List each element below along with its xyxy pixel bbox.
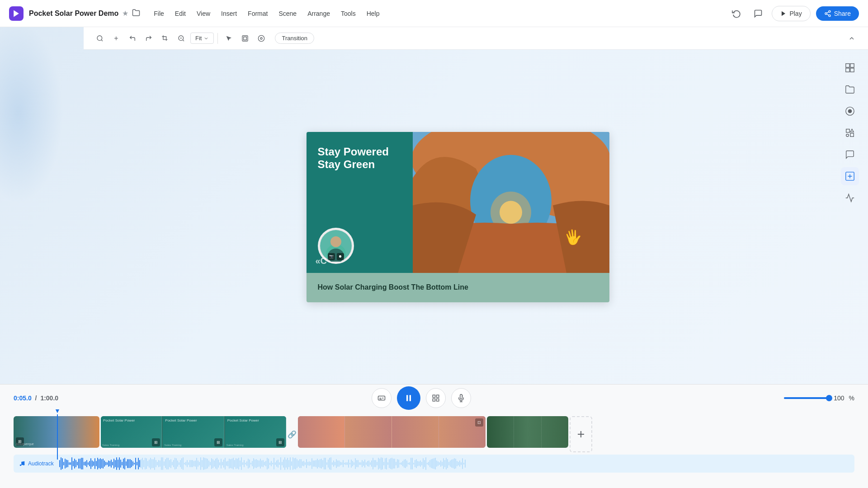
waveform-bar: [368, 460, 369, 467]
waveform-bar: [405, 459, 406, 468]
waveform-bar: [291, 461, 292, 466]
waveform-bar: [112, 462, 113, 466]
search-button[interactable]: [93, 31, 107, 46]
add-segment-button[interactable]: [570, 416, 592, 452]
crop-button[interactable]: [158, 31, 172, 46]
waveform-bar: [303, 461, 304, 466]
menu-insert[interactable]: Insert: [217, 7, 241, 20]
menu-edit[interactable]: Edit: [170, 7, 190, 20]
waveform-bar: [261, 460, 262, 467]
volume-slider[interactable]: [784, 397, 829, 399]
folder-icon[interactable]: [132, 9, 140, 19]
menu-tools[interactable]: Tools: [336, 7, 360, 20]
waveform-bar: [367, 461, 368, 467]
svg-rect-28: [850, 68, 854, 72]
select-tool[interactable]: [222, 31, 236, 46]
waveform-bar: [276, 460, 277, 467]
pause-button[interactable]: [397, 386, 420, 410]
frame-tool[interactable]: [238, 31, 252, 46]
waveform-bar: [204, 458, 205, 470]
asset-button[interactable]: [841, 167, 859, 185]
svg-point-7: [97, 36, 102, 41]
zoom-out-button[interactable]: [174, 31, 189, 46]
undo-button[interactable]: [125, 31, 140, 46]
waveform-bar: [451, 460, 452, 468]
track-segment-presentation[interactable]: Pocket Solar Power Sales Training ⊞ Pock…: [101, 416, 286, 448]
waveform-bar: [379, 459, 380, 469]
waveform-bar: [417, 461, 418, 466]
waveform-bar: [226, 461, 227, 466]
menu-format[interactable]: Format: [243, 7, 272, 20]
comment-button[interactable]: [750, 5, 766, 22]
timeline-area: 0:05.0 / 1:00.0: [0, 384, 868, 488]
zoom-in-button[interactable]: +: [109, 31, 123, 46]
play-button[interactable]: Play: [772, 6, 810, 21]
waveform-bar: [65, 459, 66, 469]
waveform-bar: [250, 463, 251, 465]
waveform-bar: [462, 458, 463, 469]
waveform-bar: [373, 458, 373, 470]
template-button[interactable]: [841, 59, 859, 77]
text-button[interactable]: [841, 145, 859, 164]
layout-button[interactable]: [426, 388, 446, 408]
slide-canvas[interactable]: Stay Powered Stay Green �: [307, 132, 609, 302]
waveform-bar: [347, 462, 348, 465]
waveform-bar: [168, 458, 169, 469]
waveform-bar: [84, 462, 85, 465]
export-button[interactable]: [841, 189, 859, 207]
captions-button[interactable]: [372, 388, 392, 408]
waveform-bar: [249, 460, 250, 467]
microphone-button[interactable]: [451, 388, 471, 408]
waveform-bar: [362, 460, 363, 467]
waveform-bar: [429, 460, 430, 467]
waveform-bar: [150, 458, 151, 469]
waveform-bar: [158, 460, 159, 467]
waveform-bar: [446, 458, 447, 469]
transition-button[interactable]: Transition: [275, 33, 314, 44]
waveform-bar: [185, 462, 186, 465]
waveform-bar: [122, 462, 123, 465]
waveform-bar: [207, 459, 208, 468]
waveform-bar: [70, 462, 71, 465]
waveform-bar: [398, 460, 399, 468]
waveform-bar: [237, 459, 238, 469]
waveform-bar: [156, 460, 156, 468]
menu-help[interactable]: Help: [362, 7, 384, 20]
media-button[interactable]: [841, 80, 859, 99]
slide-title: Stay Powered Stay Green: [318, 145, 401, 172]
menu-view[interactable]: View: [192, 7, 215, 20]
history-button[interactable]: [728, 5, 745, 22]
waveform-bar: [435, 458, 436, 469]
paint-tool[interactable]: [254, 31, 269, 46]
waveform-bar: [257, 460, 258, 467]
record-button[interactable]: [841, 102, 859, 120]
menu-file[interactable]: File: [149, 7, 169, 20]
waveform-bar: [193, 461, 194, 466]
redo-button[interactable]: [142, 31, 156, 46]
waveform-bar: [299, 459, 300, 468]
waveform-bar: [240, 460, 241, 467]
waveform-bar: [89, 461, 90, 466]
waveform-bar: [453, 459, 453, 468]
waveform-bar: [195, 460, 196, 467]
waveform-bar: [92, 460, 93, 466]
star-icon[interactable]: ★: [122, 9, 128, 18]
app-logo[interactable]: [9, 6, 24, 21]
track-segment-solar[interactable]: [487, 416, 568, 448]
slide-subtitle: How Solar Charging Boost The Bottom Line: [318, 283, 468, 291]
record-icon: ⏺: [337, 253, 344, 260]
track-segment-video[interactable]: ⊡: [298, 416, 486, 448]
waveform-bar: [227, 461, 228, 466]
video-frame-2: [345, 416, 392, 448]
fit-dropdown[interactable]: Fit: [190, 33, 214, 44]
shapes-button[interactable]: [841, 124, 859, 142]
waveform-bar: [104, 460, 105, 467]
svg-rect-39: [406, 395, 408, 401]
waveform-bar: [316, 460, 316, 467]
waveform-bar: [283, 460, 284, 468]
share-button[interactable]: Share: [816, 6, 859, 21]
waveform-bar: [390, 458, 391, 469]
menu-arrange[interactable]: Arrange: [303, 7, 335, 20]
menu-scene[interactable]: Scene: [274, 7, 301, 20]
collapse-toolbar-button[interactable]: [844, 31, 859, 46]
